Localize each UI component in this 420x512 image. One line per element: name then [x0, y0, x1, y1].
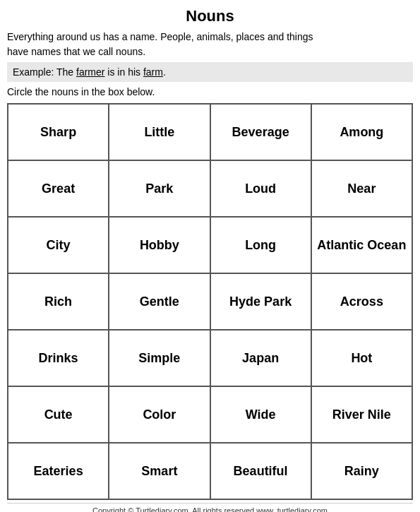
table-cell: Beverage — [210, 104, 311, 160]
table-cell: Sharp — [8, 104, 109, 160]
example-prefix: Example: The — [13, 66, 76, 78]
table-cell: Japan — [210, 330, 311, 386]
table-cell: Drinks — [8, 330, 109, 386]
table-cell: Eateries — [8, 443, 109, 499]
table-cell: Long — [210, 217, 311, 273]
table-cell: Little — [109, 104, 210, 160]
table-cell: Wide — [210, 386, 311, 443]
page-title: Nouns — [7, 7, 413, 25]
intro-line1: Everything around us has a name. People,… — [7, 31, 313, 42]
nouns-table: SharpLittleBeverageAmongGreatParkLoudNea… — [7, 103, 413, 500]
table-cell: Hot — [311, 330, 412, 386]
table-cell: Beautiful — [210, 443, 311, 499]
table-cell: Smart — [109, 443, 210, 499]
table-cell: Near — [311, 160, 412, 217]
table-cell: Park — [109, 160, 210, 217]
instruction-text: Circle the nouns in the box below. — [7, 86, 413, 97]
table-cell: Hyde Park — [210, 273, 311, 330]
intro-line2: have names that we call nouns. — [7, 46, 145, 57]
table-cell: Cute — [8, 386, 109, 443]
table-cell: Among — [311, 104, 412, 160]
table-cell: River Nile — [311, 386, 412, 443]
table-cell: Across — [311, 273, 412, 330]
example-suffix: . — [163, 66, 166, 78]
table-cell: City — [8, 217, 109, 273]
example-word2: farm — [143, 66, 163, 78]
example-middle: is in his — [104, 66, 143, 78]
table-cell: Atlantic Ocean — [311, 217, 412, 273]
example-box: Example: The farmer is in his farm. — [7, 62, 413, 82]
table-cell: Great — [8, 160, 109, 217]
page: Nouns Everything around us has a name. P… — [0, 0, 420, 512]
footer-text: Copyright © Turtlediary.com. All rights … — [7, 503, 413, 512]
table-cell: Rich — [8, 273, 109, 330]
table-cell: Gentle — [109, 273, 210, 330]
intro-text: Everything around us has a name. People,… — [7, 30, 413, 59]
example-word1: farmer — [76, 66, 104, 78]
table-cell: Rainy — [311, 443, 412, 499]
table-cell: Loud — [210, 160, 311, 217]
table-cell: Color — [109, 386, 210, 443]
table-cell: Simple — [109, 330, 210, 386]
table-cell: Hobby — [109, 217, 210, 273]
